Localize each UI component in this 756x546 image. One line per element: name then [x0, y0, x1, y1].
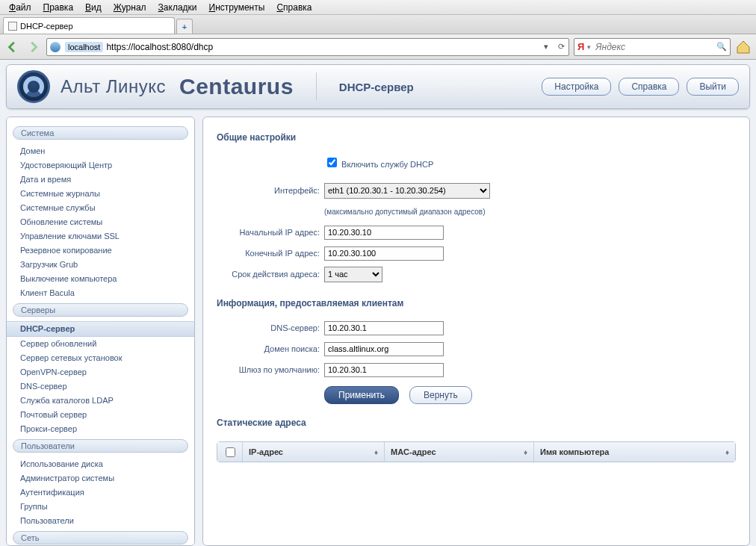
enable-dhcp-label: Включить службу DHCP [341, 160, 433, 169]
domain-label: Домен поиска: [217, 344, 324, 353]
section-client: Информация, предоставляемая клиентам [217, 298, 736, 308]
interface-label: Интерфейс: [217, 186, 324, 195]
app-body: СистемаДоменУдостоверяющий ЦентрДата и в… [6, 117, 750, 546]
header-divider [316, 72, 317, 101]
sidebar-item[interactable]: Управление ключами SSL [7, 229, 194, 243]
col-ip[interactable]: IP-адрес♦ [243, 442, 385, 462]
home-icon [735, 39, 752, 55]
apply-button[interactable]: Применить [324, 386, 399, 404]
sidebar-item[interactable]: Аутентификация [7, 485, 194, 500]
start-ip-input[interactable] [324, 226, 444, 240]
sidebar-item[interactable]: Выключение компьютера [7, 272, 194, 286]
menu-help[interactable]: Справка [272, 1, 316, 13]
sidebar-item[interactable]: Пользователи [7, 514, 194, 528]
brand-line1: Альт Линукс [61, 76, 166, 97]
yandex-icon: Я [577, 41, 584, 52]
header-buttons: Настройка Справка Выйти [542, 78, 739, 96]
sidebar-item[interactable]: Администратор системы [7, 471, 194, 485]
section-general: Общие настройки [217, 132, 736, 143]
sidebar-item[interactable]: Удостоверяющий Центр [7, 158, 194, 173]
main-panel: Общие настройки Включить службу DHCP Инт… [202, 117, 750, 546]
arrow-right-icon [27, 40, 40, 54]
lease-label: Срок действия адреса: [217, 270, 324, 279]
url-input[interactable] [105, 40, 539, 55]
interface-select[interactable]: eth1 (10.20.30.1 - 10.20.30.254) [324, 183, 490, 199]
reload-icon[interactable]: ⟳ [554, 42, 568, 52]
form-actions: Применить Вернуть [324, 386, 736, 404]
sidebar-group-head: Пользователи [13, 439, 188, 453]
sidebar-item[interactable]: Группы [7, 500, 194, 514]
domain-input[interactable] [324, 342, 444, 356]
sort-icon: ♦ [374, 448, 378, 456]
col-mac[interactable]: MAC-адрес♦ [385, 442, 534, 462]
static-table: IP-адрес♦ MAC-адрес♦ Имя компьютера♦ [217, 441, 736, 462]
tab-active[interactable]: DHCP-сервер [3, 17, 175, 34]
sidebar-item[interactable]: Служба каталогов LDAP [7, 394, 194, 408]
page-title: DHCP-сервер [339, 81, 531, 93]
sidebar-group-head: Серверы [13, 303, 188, 317]
sidebar-item[interactable]: Обновление системы [7, 215, 194, 229]
sidebar-item[interactable]: Клиент Bacula [7, 286, 194, 300]
range-note: (максимально допустимый диапазон адресов… [324, 208, 486, 216]
enable-dhcp-row[interactable]: Включить службу DHCP [324, 160, 433, 169]
sidebar-item[interactable]: DNS-сервер [7, 379, 194, 394]
gateway-input[interactable] [324, 363, 444, 377]
gateway-label: Шлюз по умолчанию: [217, 365, 324, 374]
sidebar-item[interactable]: OpenVPN-сервер [7, 365, 194, 379]
menu-history[interactable]: Журнал [109, 1, 151, 13]
sort-icon: ♦ [524, 448, 527, 456]
dns-input[interactable] [324, 321, 444, 335]
dns-label: DNS-сервер: [217, 323, 324, 332]
sidebar-item[interactable]: Прокси-сервер [7, 422, 194, 436]
sidebar-item[interactable]: Использование диска [7, 457, 194, 471]
logo [17, 70, 50, 103]
sidebar-item[interactable]: Загрузчик Grub [7, 258, 194, 272]
end-ip-input[interactable] [324, 246, 444, 261]
url-bar[interactable]: localhost ▾ ⟳ [46, 38, 569, 56]
sidebar-item[interactable]: Домен [7, 144, 194, 158]
sidebar-item[interactable]: Системные журналы [7, 187, 194, 201]
tab-title: DHCP-сервер [20, 22, 73, 31]
magnifier-icon[interactable]: 🔍 [716, 42, 727, 52]
sidebar-item[interactable]: Почтовый сервер [7, 408, 194, 422]
revert-button[interactable]: Вернуть [409, 386, 472, 404]
menu-file[interactable]: Файл [4, 1, 36, 13]
sidebar-item[interactable]: Системные службы [7, 201, 194, 215]
tabbar: DHCP-сервер + [0, 15, 756, 34]
menu-edit[interactable]: Правка [39, 1, 78, 13]
back-button[interactable] [4, 39, 21, 55]
url-host-badge: localhost [65, 42, 103, 52]
home-button[interactable] [735, 39, 752, 55]
chevron-down-icon[interactable]: ▾ [587, 43, 591, 51]
help-button[interactable]: Справка [619, 78, 679, 96]
col-checkbox[interactable] [217, 442, 243, 462]
logout-button[interactable]: Выйти [687, 78, 739, 96]
menu-tools[interactable]: Инструменты [205, 1, 270, 13]
forward-button[interactable] [25, 39, 42, 55]
new-tab-button[interactable]: + [176, 19, 193, 34]
enable-dhcp-checkbox[interactable] [327, 158, 337, 167]
sidebar-group-head: Сеть [13, 531, 188, 545]
sidebar-item[interactable]: DHCP-сервер [7, 321, 194, 337]
sidebar-item[interactable]: Сервер сетевых установок [7, 351, 194, 365]
sidebar-item[interactable]: Резервное копирование [7, 243, 194, 258]
select-all-checkbox[interactable] [226, 447, 235, 457]
lease-select[interactable]: 1 час [324, 267, 382, 282]
app-header: Альт Линукс Centaurus DHCP-сервер Настро… [6, 64, 750, 109]
search-input[interactable] [594, 41, 713, 53]
search-bar[interactable]: Я ▾ 🔍 [574, 38, 731, 56]
section-static: Статические адреса [217, 418, 736, 428]
browser-window: Файл Правка Вид Журнал Закладки Инструме… [0, 0, 756, 546]
app-content: Альт Линукс Centaurus DHCP-сервер Настро… [0, 60, 756, 546]
config-button[interactable]: Настройка [542, 78, 611, 96]
menu-view[interactable]: Вид [81, 1, 106, 13]
sidebar-item[interactable]: Сервер обновлений [7, 337, 194, 351]
start-ip-label: Начальный IP адрес: [217, 228, 324, 237]
menu-bookmarks[interactable]: Закладки [154, 1, 202, 13]
url-dropdown-icon[interactable]: ▾ [539, 42, 554, 52]
col-host[interactable]: Имя компьютера♦ [534, 442, 735, 462]
page-icon [8, 22, 17, 31]
sidebar-group-head: Система [13, 126, 188, 140]
sidebar-item[interactable]: Дата и время [7, 173, 194, 187]
end-ip-label: Конечный IP адрес: [217, 249, 324, 258]
